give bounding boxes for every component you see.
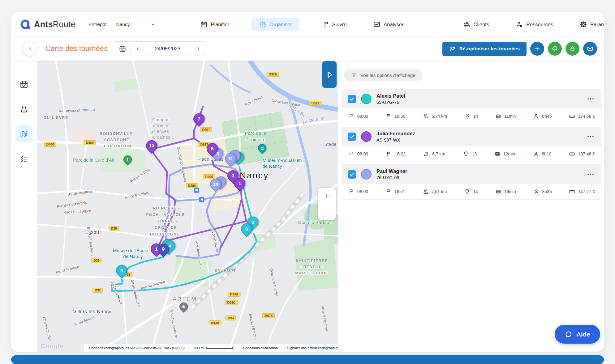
help-button[interactable]: Aide (555, 325, 600, 344)
map-expand-button[interactable] (322, 61, 337, 88)
map-canvas[interactable]: -DU-LIÈVREAv. Raymond PinchardBOUDONVILL… (37, 61, 338, 352)
main-nav: PlanifierOrganiserSuivreAnalyserClientsR… (196, 18, 604, 31)
plus-button[interactable] (530, 42, 544, 56)
stop-number: 6 (245, 226, 248, 232)
route-checkbox[interactable] (348, 133, 356, 141)
display-options-button[interactable]: Voir les options d'affichage (344, 69, 423, 81)
stop-number: 5 (211, 146, 214, 151)
route-menu-button[interactable] (586, 134, 596, 139)
flag-icon (348, 151, 355, 157)
stat-end: 16:56 (385, 113, 405, 119)
route-card-header: Paul Wagner76-UYG-09 (342, 165, 601, 184)
stat-start-value: 08:00 (357, 114, 368, 119)
sidebar-item-tasks[interactable] (16, 150, 32, 167)
stop-number: 1 (155, 246, 158, 252)
sidebar-item-planning[interactable] (16, 76, 32, 93)
finish-flag-icon (385, 113, 392, 119)
report-error-link[interactable]: Signaler une erreur cartographique (287, 346, 338, 350)
nav-label-clients: Clients (474, 22, 489, 28)
sidebar-item-routes[interactable] (16, 101, 32, 117)
map-zoom-control: + − (318, 188, 336, 220)
signpost-icon (322, 21, 329, 28)
gauge-icon (259, 21, 266, 28)
zoom-out-button[interactable]: − (318, 204, 336, 220)
road-icon (423, 188, 429, 195)
stat-driving: 11min (495, 113, 516, 119)
plus-icon (534, 45, 541, 52)
person-gear-icon (516, 21, 523, 28)
museum-icon (260, 146, 264, 150)
driver-name: Alexis Patel (376, 93, 405, 99)
stat-stops-value: 13 (472, 151, 477, 156)
collapse-panel-button[interactable] (23, 42, 37, 56)
depot-pin-icon (160, 246, 166, 252)
previous-day-button[interactable] (131, 42, 144, 56)
route-color-badge (361, 169, 372, 180)
route-color-badge (361, 94, 372, 104)
stat-driving: 16min (495, 188, 516, 195)
stat-driving-value: 11min (504, 114, 516, 119)
terms-link[interactable]: Conditions d'utilisation (243, 346, 278, 350)
lock-button[interactable] (566, 42, 579, 56)
sidebar-item-map[interactable] (16, 125, 32, 142)
stop-number: 9 (120, 268, 123, 273)
vehicle-plate: 65-UYG-76 (376, 100, 405, 105)
toolbar: Carte des tournées 24/05/2023 Ré-optimis… (11, 36, 604, 61)
next-day-button[interactable] (191, 42, 205, 56)
route-driver: Alexis Patel65-UYG-76 (376, 93, 405, 105)
current-date: 24/05/2023 (144, 42, 191, 56)
triangle-right-icon (325, 70, 334, 79)
stat-cost-value: 197,46 € (578, 151, 595, 156)
nav-label-suivre: Suivre (332, 22, 347, 28)
nav-organiser[interactable]: Organiser (252, 18, 299, 31)
left-icon-rail (11, 61, 37, 352)
stat-end: 16:22 (386, 151, 406, 157)
stat-stops-value: 14 (473, 114, 478, 119)
calendar-icon (119, 45, 126, 53)
stat-distance-value: 7,51 km (432, 189, 447, 194)
route-color-badge (361, 131, 372, 142)
zoom-in-button[interactable]: + (318, 188, 336, 204)
school-icon (181, 304, 186, 309)
driver-name: Julia Fernandez (376, 131, 415, 137)
vehicle-plate: 76-UYG-09 (376, 175, 407, 180)
warehouse-select[interactable]: Nancy ▼ (111, 18, 159, 31)
nav-clients[interactable]: Clients (459, 18, 493, 31)
route-card-header: Alexis Patel65-UYG-76 (342, 89, 601, 108)
route-checkbox[interactable] (348, 95, 356, 103)
content-area: -DU-LIÈVREAv. Raymond PinchardBOUDONVILL… (11, 61, 604, 352)
reoptimize-button[interactable]: Ré-optimiser les tournées (442, 42, 527, 56)
nav-parametres[interactable]: Paramètres (575, 18, 604, 31)
antsroute-logo[interactable]: AntsRoute (19, 19, 75, 30)
nav-analyser[interactable]: Analyser (369, 18, 408, 31)
calendar-button[interactable] (114, 42, 131, 56)
routes-panel: Voir les options d'affichage Alexis Pate… (338, 61, 604, 352)
rocket-icon (449, 45, 456, 52)
money-icon (569, 188, 575, 195)
stat-end-value: 16:56 (394, 114, 405, 119)
google-watermark: Google (41, 343, 63, 350)
nav-planifier[interactable]: Planifier (196, 18, 234, 31)
map-pin-icon (464, 113, 471, 119)
stat-end-value: 16:51 (394, 189, 405, 194)
stat-distance: 5,74 km (423, 113, 447, 119)
nav-label-organiser: Organiser (269, 22, 292, 28)
map-scale: 500 m (194, 346, 233, 350)
driver-name: Paul Wagner (376, 168, 407, 174)
stat-distance-value: 6,7 km (432, 151, 445, 156)
gear-icon (580, 21, 587, 28)
nav-suivre[interactable]: Suivre (317, 18, 351, 31)
map-pin-icon (463, 151, 469, 157)
route-checkbox[interactable] (348, 170, 356, 179)
money-icon (569, 113, 575, 119)
mail-button[interactable] (583, 42, 597, 56)
stop-number: 3 (252, 219, 254, 225)
chat-bubble-icon (565, 330, 573, 338)
stat-stops-value: 14 (473, 189, 478, 194)
nav-ressources[interactable]: Ressources (511, 18, 557, 31)
cloud-upload-button[interactable] (548, 42, 562, 56)
route-menu-button[interactable] (586, 96, 596, 102)
vehicle-icon (495, 188, 501, 195)
route-menu-button[interactable] (586, 172, 596, 177)
stat-stops: 14 (464, 188, 478, 195)
